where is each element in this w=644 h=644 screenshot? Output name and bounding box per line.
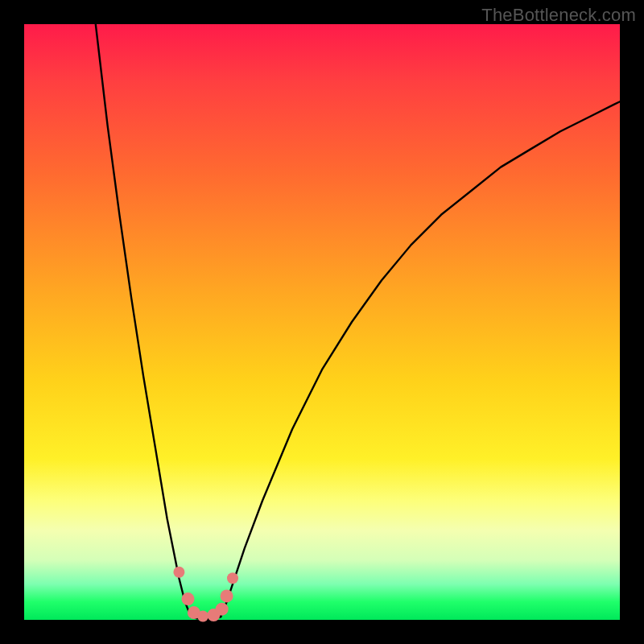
watermark-text: TheBottleneck.com xyxy=(481,5,636,26)
series-curve-right xyxy=(221,101,620,617)
curve-layer xyxy=(96,24,620,619)
data-marker xyxy=(182,592,195,605)
plot-area xyxy=(24,24,620,620)
chart-svg xyxy=(24,24,620,620)
chart-frame: TheBottleneck.com xyxy=(0,0,644,644)
data-marker xyxy=(197,611,208,622)
data-marker xyxy=(216,603,229,616)
data-marker xyxy=(227,572,238,584)
series-curve-left xyxy=(96,24,191,617)
data-marker xyxy=(221,589,233,602)
data-marker xyxy=(173,567,184,578)
